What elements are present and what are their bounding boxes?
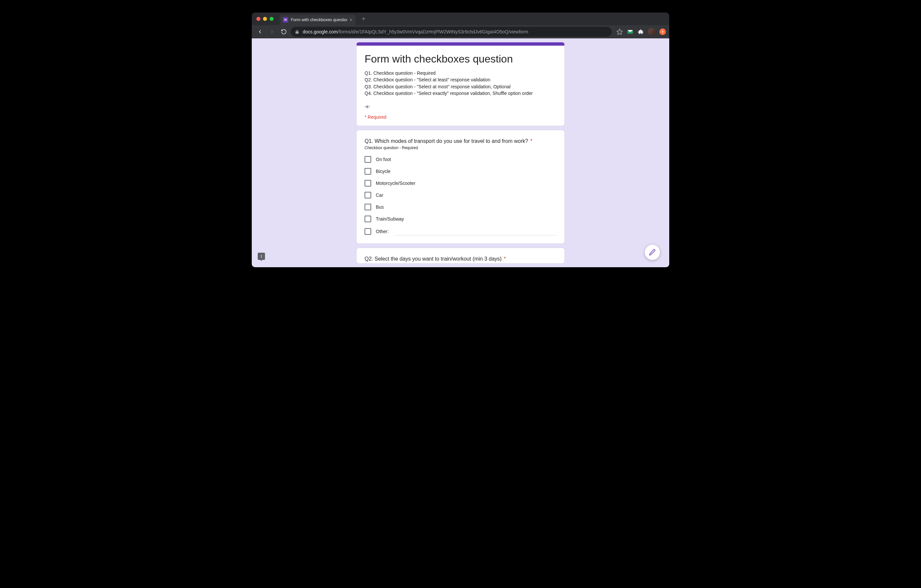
checkbox-icon[interactable] (364, 168, 371, 175)
question-card-q1: Q1. Which modes of transport do you use … (356, 130, 565, 244)
checkbox-icon[interactable] (364, 204, 371, 210)
other-text-input[interactable] (395, 227, 557, 236)
titlebar: Form with checkboxes question × + (252, 13, 669, 25)
checkbox-icon[interactable] (364, 192, 371, 198)
checkbox-option[interactable]: On foot (364, 156, 557, 163)
form-title: Form with checkboxes question (364, 53, 557, 65)
tab-title: Form with checkboxes question (291, 18, 347, 22)
page-viewport: Form with checkboxes question Q1. Checkb… (252, 38, 669, 267)
checkbox-option[interactable]: Car (364, 192, 557, 198)
extensions-button[interactable] (638, 28, 644, 35)
form-description-line: Q3. Checkbox question - "Select at most"… (364, 83, 557, 90)
option-label: Bicycle (376, 169, 391, 174)
form-container: Form with checkboxes question Q1. Checkb… (356, 42, 565, 263)
toolbar-right (616, 28, 666, 36)
minimize-window-button[interactable] (263, 17, 267, 21)
new-tab-button[interactable]: + (359, 14, 368, 23)
option-label: Bus (376, 205, 384, 210)
checkbox-option-other[interactable]: Other: (364, 227, 557, 236)
maximize-window-button[interactable] (270, 17, 273, 21)
checkbox-icon[interactable] (364, 180, 371, 187)
checkbox-icon[interactable] (364, 156, 371, 163)
required-indicator: * Required (364, 114, 557, 120)
exclamation-icon: ! (261, 254, 262, 258)
edit-form-fab[interactable] (645, 245, 660, 260)
question-title: Q1. Which modes of transport do you use … (364, 138, 557, 144)
option-label: On foot (376, 157, 391, 162)
required-star: * (504, 256, 506, 262)
tab-close-button[interactable]: × (350, 18, 352, 22)
checkbox-option[interactable]: Bicycle (364, 168, 557, 175)
reload-button[interactable] (279, 27, 289, 37)
forms-favicon-icon (283, 17, 288, 23)
browser-window: Form with checkboxes question × + docs.g… (252, 13, 669, 267)
checkbox-option[interactable]: Bus (364, 204, 557, 210)
required-star: * (530, 138, 532, 144)
browser-toolbar: docs.google.com/forms/d/e/1FAIpQLSdY_h5y… (252, 25, 669, 38)
form-description-line: Q2. Checkbox question - "Select at least… (364, 76, 557, 83)
profile-avatar-button[interactable] (648, 28, 655, 36)
checkbox-option-list: On foot Bicycle Motorcycle/Scooter Car (364, 156, 557, 236)
form-description-line: Q4. Checkbox question - "Select exactly"… (364, 90, 557, 97)
form-description-line: Q1. Checkbox question - Required (364, 70, 557, 76)
checkbox-option[interactable]: Train/Subway (364, 216, 557, 222)
option-label-other: Other: (376, 229, 389, 234)
url-text: docs.google.com/forms/d/e/1FAIpQLSdY_h5y… (303, 29, 528, 34)
report-problem-button[interactable]: ! (258, 253, 265, 260)
lock-icon (295, 29, 299, 34)
forward-button[interactable] (267, 27, 277, 37)
question-subtitle: Checkbox question - Required (364, 146, 557, 150)
window-controls (256, 17, 273, 21)
checkbox-option[interactable]: Motorcycle/Scooter (364, 180, 557, 187)
form-description-suffix: -x- (364, 103, 557, 110)
option-label: Train/Subway (376, 216, 404, 222)
option-label: Car (376, 192, 383, 198)
question-card-q2: Q2. Select the days you want to train/wo… (356, 248, 565, 263)
back-button[interactable] (255, 27, 265, 37)
update-badge-icon[interactable] (659, 28, 666, 35)
checkbox-icon[interactable] (364, 216, 371, 222)
address-bar[interactable]: docs.google.com/forms/d/e/1FAIpQLSdY_h5y… (291, 27, 612, 37)
mail-extension-icon[interactable] (627, 28, 633, 35)
form-header-card: Form with checkboxes question Q1. Checkb… (356, 42, 565, 126)
bookmark-star-button[interactable] (616, 28, 623, 35)
option-label: Motorcycle/Scooter (376, 180, 415, 186)
checkbox-icon[interactable] (364, 228, 371, 235)
browser-tab[interactable]: Form with checkboxes question × (280, 15, 356, 25)
question-title: Q2. Select the days you want to train/wo… (364, 256, 557, 262)
close-window-button[interactable] (256, 17, 260, 21)
